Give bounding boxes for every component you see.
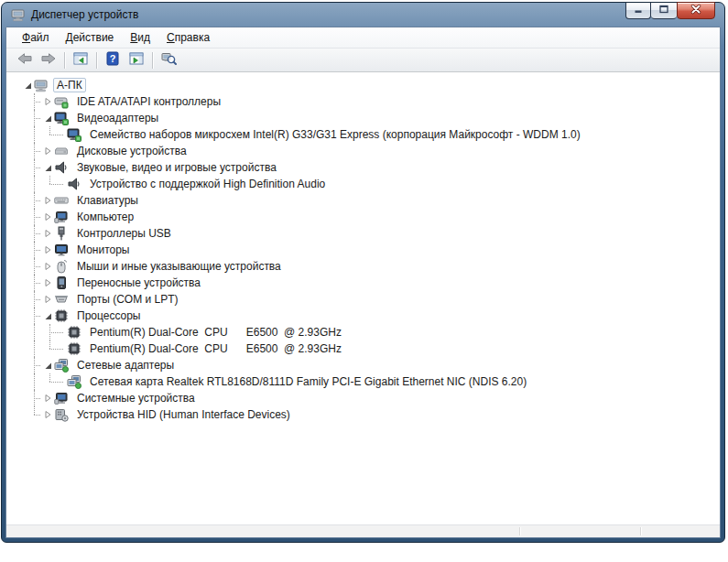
menu-view[interactable]: Вид	[122, 28, 158, 47]
help-button[interactable]: ?	[102, 50, 124, 70]
expander-collapsed-icon[interactable]	[41, 408, 54, 421]
expander-collapsed-icon[interactable]	[41, 392, 54, 405]
processor-icon	[67, 325, 81, 340]
tree-item-network-adapters[interactable]: Сетевые адаптеры	[6, 357, 720, 373]
expander-collapsed-icon[interactable]	[41, 293, 54, 306]
tree-item-network-card[interactable]: Сетевая карта Realtek RTL8168D/8111D Fam…	[6, 373, 720, 390]
tree-item-label: Pentium(R) Dual-Core CPU E6500 @ 2.93GHz	[86, 341, 345, 356]
expander-collapsed-icon[interactable]	[41, 145, 54, 157]
tree-item-keyboards[interactable]: Клавиатуры	[6, 192, 720, 209]
forward-button[interactable]	[38, 50, 60, 70]
tree-item-usb[interactable]: Контроллеры USB	[6, 225, 720, 242]
tree-indent	[6, 233, 41, 234]
tree-item-cpu-2[interactable]: Pentium(R) Dual-Core CPU E6500 @ 2.93GHz	[6, 340, 720, 357]
tree-item-disk-drives[interactable]: Дисковые устройства	[6, 143, 720, 159]
tree-branch-line	[41, 324, 67, 340]
menu-item-label: Справка	[167, 31, 210, 44]
tree-item-cpu-1[interactable]: Pentium(R) Dual-Core CPU E6500 @ 2.93GHz	[6, 324, 720, 340]
maximize-button[interactable]	[651, 2, 677, 19]
tree-item-label: Pentium(R) Dual-Core CPU E6500 @ 2.93GHz	[86, 325, 345, 340]
device-manager-window: Диспетчер устройств ФайлДействиеВидСправ…	[1, 2, 725, 543]
tree-indent	[6, 102, 41, 103]
tree-item-label: Сетевая карта Realtek RTL8168D/8111D Fam…	[86, 374, 530, 389]
tree-item-system-devices[interactable]: Системные устройства	[6, 390, 720, 406]
tree-indent	[6, 217, 41, 218]
expander-expanded-icon[interactable]	[41, 112, 54, 124]
forward-arrow-icon	[40, 51, 57, 69]
expander-expanded-icon[interactable]	[41, 359, 54, 372]
tree-indent	[6, 316, 41, 317]
minimize-icon	[631, 2, 646, 19]
tree-indent	[6, 365, 41, 366]
port-icon	[54, 292, 69, 307]
tree-item-computer[interactable]: Компьютер	[6, 209, 720, 225]
tree-indent	[6, 168, 41, 168]
expander-collapsed-icon[interactable]	[41, 95, 54, 108]
tree-indent	[6, 299, 41, 300]
menu-action[interactable]: Действие	[58, 28, 123, 47]
menu-file[interactable]: Файл	[14, 28, 58, 47]
expander-collapsed-icon[interactable]	[41, 276, 54, 289]
tree-item-video-device[interactable]: Семейство наборов микросхем Intel(R) G33…	[6, 126, 720, 143]
tree-item-monitors[interactable]: Мониторы	[6, 242, 720, 258]
close-button[interactable]	[677, 2, 715, 19]
audio-icon	[54, 160, 69, 175]
audio-icon	[67, 177, 81, 191]
back-button[interactable]	[14, 50, 36, 70]
tree-item-a-pk[interactable]: А-ПК	[6, 77, 720, 93]
scan-hardware-button[interactable]	[158, 50, 179, 70]
ide-controller-icon	[54, 94, 69, 109]
tree-item-label: Устройства HID (Human Interface Devices)	[73, 407, 294, 422]
device-manager-icon	[11, 7, 26, 22]
system-icon	[54, 210, 69, 224]
expander-collapsed-icon[interactable]	[41, 243, 54, 256]
tree-indent	[6, 266, 41, 267]
tree-item-ide[interactable]: IDE ATA/ATAPI контроллеры	[6, 93, 720, 110]
device-tree: А-ПКIDE ATA/ATAPI контроллерыВидеоадапте…	[6, 72, 720, 524]
tree-item-processors[interactable]: Процессоры	[6, 308, 720, 324]
tree-item-label: Устройство с поддержкой High Definition …	[86, 177, 329, 191]
tree-indent	[6, 135, 41, 135]
toolbar-separator	[64, 52, 65, 69]
tree-item-mice[interactable]: Мыши и иные указывающие устройства	[6, 258, 720, 275]
tree-item-video-adapters[interactable]: Видеоадаптеры	[6, 110, 720, 126]
tree-branch-line	[41, 176, 67, 192]
tree-indent	[6, 118, 41, 119]
network-adapter-icon	[54, 358, 69, 373]
tree-indent	[6, 283, 41, 284]
disk-drive-icon	[54, 144, 69, 158]
back-arrow-icon	[16, 51, 33, 69]
tree-item-ports[interactable]: Порты (COM и LPT)	[6, 291, 720, 308]
tree-item-portable[interactable]: Переносные устройства	[6, 275, 720, 291]
expander-expanded-icon[interactable]	[21, 79, 34, 92]
minimize-button[interactable]	[625, 2, 651, 19]
processor-icon	[67, 341, 81, 356]
menu-item-label: Действие	[66, 31, 114, 44]
tree-item-label: Контроллеры USB	[73, 226, 175, 241]
expander-collapsed-icon[interactable]	[41, 211, 54, 223]
tree-item-sound[interactable]: Звуковые, видео и игровые устройства	[6, 159, 720, 176]
title-bar[interactable]: Диспетчер устройств	[5, 3, 721, 27]
tree-item-label: Мыши и иные указывающие устройства	[73, 259, 285, 274]
expander-expanded-icon[interactable]	[41, 309, 54, 322]
expander-collapsed-icon[interactable]	[41, 227, 54, 240]
tree-indent	[6, 349, 41, 350]
system-icon	[54, 391, 69, 405]
tree-item-label: Переносные устройства	[73, 276, 204, 290]
expander-collapsed-icon[interactable]	[41, 260, 54, 273]
show-action-pane-button[interactable]	[125, 50, 147, 70]
portable-device-icon	[54, 276, 69, 290]
expander-collapsed-icon[interactable]	[41, 194, 54, 207]
toolbar: ?	[6, 49, 720, 72]
console-window-left-arrow-icon	[73, 51, 88, 69]
mouse-icon	[54, 259, 69, 274]
tree-item-hd-audio[interactable]: Устройство с поддержкой High Definition …	[6, 176, 720, 192]
scan-hardware-icon	[161, 51, 177, 69]
tree-indent	[6, 200, 41, 201]
expander-expanded-icon[interactable]	[41, 161, 54, 174]
tree-item-hid[interactable]: Устройства HID (Human Interface Devices)	[6, 406, 720, 423]
tree-indent	[6, 85, 21, 86]
show-console-tree-button[interactable]	[70, 50, 92, 70]
menu-help[interactable]: Справка	[158, 28, 218, 47]
video-adapter-icon	[67, 127, 81, 142]
